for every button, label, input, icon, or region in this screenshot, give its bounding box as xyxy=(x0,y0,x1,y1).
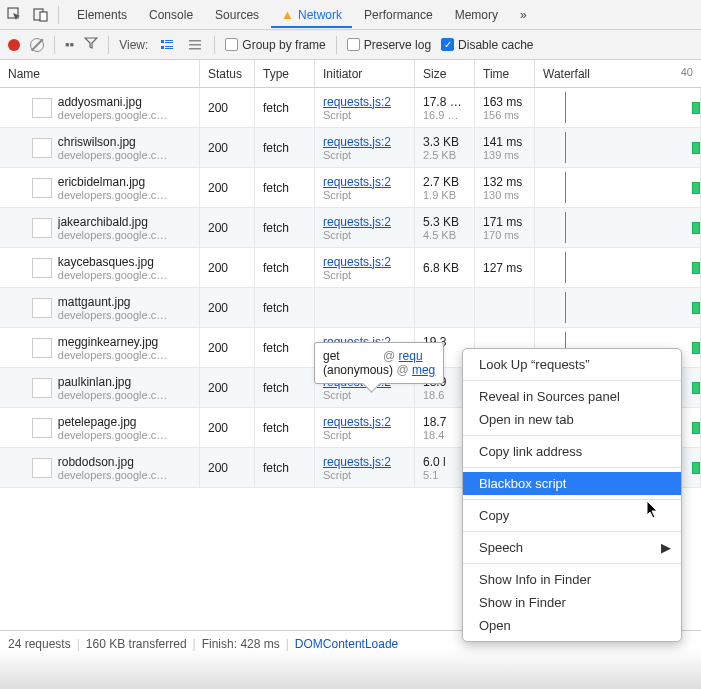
svg-rect-6 xyxy=(161,46,164,49)
file-name: addyosmani.jpg xyxy=(58,95,167,109)
initiator-link[interactable]: requests.js:2 xyxy=(323,215,391,229)
waterfall-bar xyxy=(692,102,700,114)
tab-console[interactable]: Console xyxy=(139,1,203,28)
cell-waterfall xyxy=(535,128,701,167)
filter-icon[interactable] xyxy=(84,36,98,53)
cell-name: mattgaunt.jpgdevelopers.google.c… xyxy=(0,288,200,327)
cell-waterfall xyxy=(535,88,701,127)
tooltip-link[interactable]: meg xyxy=(412,363,435,377)
file-name: mattgaunt.jpg xyxy=(58,295,167,309)
cell-status: 200 xyxy=(200,288,255,327)
cell-time xyxy=(475,288,535,327)
header-initiator[interactable]: Initiator xyxy=(315,60,415,87)
file-icon xyxy=(32,418,52,438)
file-icon xyxy=(32,338,52,358)
file-name: jakearchibald.jpg xyxy=(58,215,167,229)
cell-name: jakearchibald.jpgdevelopers.google.c… xyxy=(0,208,200,247)
inspect-icon[interactable] xyxy=(6,6,24,24)
header-type[interactable]: Type xyxy=(255,60,315,87)
device-toggle-icon[interactable] xyxy=(32,6,50,24)
table-row[interactable]: chriswilson.jpgdevelopers.google.c…200fe… xyxy=(0,128,701,168)
cell-name: megginkearney.jpgdevelopers.google.c… xyxy=(0,328,200,367)
cell-time: 163 ms156 ms xyxy=(475,88,535,127)
disable-cache-checkbox[interactable]: ✓Disable cache xyxy=(441,38,533,52)
cell-type: fetch xyxy=(255,288,315,327)
header-status[interactable]: Status xyxy=(200,60,255,87)
table-row[interactable]: mattgaunt.jpgdevelopers.google.c…200fetc… xyxy=(0,288,701,328)
header-time[interactable]: Time xyxy=(475,60,535,87)
file-name: megginkearney.jpg xyxy=(58,335,167,349)
file-origin: developers.google.c… xyxy=(58,469,167,481)
table-header: Name Status Type Initiator Size Time Wat… xyxy=(0,60,701,88)
file-name: chriswilson.jpg xyxy=(58,135,167,149)
file-icon xyxy=(32,298,52,318)
cell-status: 200 xyxy=(200,368,255,407)
tooltip-link[interactable]: requ xyxy=(399,349,423,363)
file-origin: developers.google.c… xyxy=(58,269,167,281)
devtools-top-toolbar: Elements Console Sources ▲Network Perfor… xyxy=(0,0,701,30)
cell-size: 3.3 KB2.5 KB xyxy=(415,128,475,167)
view-large-icon[interactable] xyxy=(158,36,176,54)
cell-type: fetch xyxy=(255,328,315,367)
table-row[interactable]: jakearchibald.jpgdevelopers.google.c…200… xyxy=(0,208,701,248)
view-small-icon[interactable] xyxy=(186,36,204,54)
screenshot-icon[interactable]: ▪▪ xyxy=(65,37,74,52)
separator xyxy=(214,36,215,54)
cm-open-tab[interactable]: Open in new tab xyxy=(463,408,681,431)
table-row[interactable]: ericbidelman.jpgdevelopers.google.c…200f… xyxy=(0,168,701,208)
cell-type: fetch xyxy=(255,408,315,447)
cell-initiator: requests.js:2Script xyxy=(315,248,415,287)
initiator-link[interactable]: requests.js:2 xyxy=(323,135,391,149)
tab-sources[interactable]: Sources xyxy=(205,1,269,28)
table-row[interactable]: addyosmani.jpgdevelopers.google.c…200fet… xyxy=(0,88,701,128)
initiator-link[interactable]: requests.js:2 xyxy=(323,255,391,269)
header-waterfall[interactable]: Waterfall40 xyxy=(535,60,701,87)
svg-rect-4 xyxy=(165,40,173,41)
status-requests: 24 requests xyxy=(8,637,71,651)
cm-show-finder[interactable]: Show in Finder xyxy=(463,591,681,614)
cm-show-info[interactable]: Show Info in Finder xyxy=(463,568,681,591)
warning-icon: ▲ xyxy=(281,7,294,22)
record-button[interactable] xyxy=(8,39,20,51)
tab-network[interactable]: ▲Network xyxy=(271,1,352,28)
file-origin: developers.google.c… xyxy=(58,389,167,401)
main-tabs: Elements Console Sources ▲Network Perfor… xyxy=(67,1,695,28)
header-size[interactable]: Size xyxy=(415,60,475,87)
tab-performance[interactable]: Performance xyxy=(354,1,443,28)
header-name[interactable]: Name xyxy=(0,60,200,87)
cell-type: fetch xyxy=(255,128,315,167)
file-origin: developers.google.c… xyxy=(58,309,167,321)
clear-button[interactable] xyxy=(30,38,44,52)
tab-memory[interactable]: Memory xyxy=(445,1,508,28)
separator xyxy=(58,6,59,24)
cell-initiator: requests.js:2Script xyxy=(315,408,415,447)
initiator-link[interactable]: requests.js:2 xyxy=(323,455,391,469)
file-origin: developers.google.c… xyxy=(58,229,167,241)
cell-status: 200 xyxy=(200,448,255,487)
tab-more[interactable]: » xyxy=(510,1,537,28)
cell-time: 132 ms130 ms xyxy=(475,168,535,207)
svg-rect-9 xyxy=(189,40,201,42)
file-origin: developers.google.c… xyxy=(58,429,167,441)
cm-speech[interactable]: Speech▶ xyxy=(463,536,681,559)
cell-waterfall xyxy=(535,248,701,287)
waterfall-marker: 40 xyxy=(681,66,693,78)
svg-rect-10 xyxy=(189,44,201,46)
cm-lookup[interactable]: Look Up “requests” xyxy=(463,353,681,376)
group-by-frame-checkbox[interactable]: Group by frame xyxy=(225,38,325,52)
initiator-link[interactable]: requests.js:2 xyxy=(323,415,391,429)
cm-copy-link[interactable]: Copy link address xyxy=(463,440,681,463)
cm-blackbox[interactable]: Blackbox script xyxy=(463,472,681,495)
cell-status: 200 xyxy=(200,168,255,207)
preserve-log-checkbox[interactable]: Preserve log xyxy=(347,38,431,52)
initiator-link[interactable]: requests.js:2 xyxy=(323,175,391,189)
waterfall-bar xyxy=(692,142,700,154)
cm-open[interactable]: Open xyxy=(463,614,681,637)
tab-elements[interactable]: Elements xyxy=(67,1,137,28)
initiator-link[interactable]: requests.js:2 xyxy=(323,95,391,109)
table-row[interactable]: kaycebasques.jpgdevelopers.google.c…200f… xyxy=(0,248,701,288)
cm-reveal[interactable]: Reveal in Sources panel xyxy=(463,385,681,408)
cell-waterfall xyxy=(535,208,701,247)
svg-rect-3 xyxy=(161,40,164,43)
svg-rect-5 xyxy=(165,42,173,43)
